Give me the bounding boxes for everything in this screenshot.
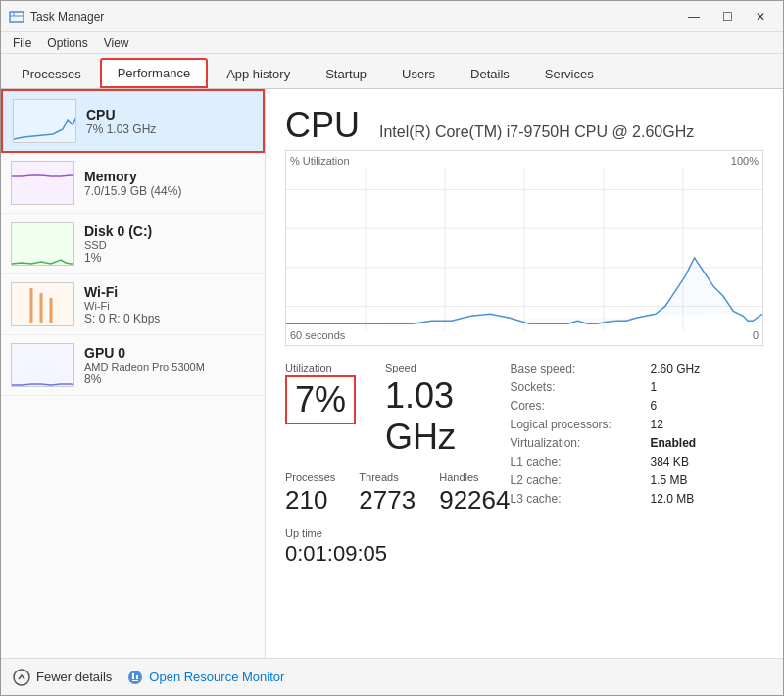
spec-cores: Cores: 6 <box>511 399 765 413</box>
menu-file[interactable]: File <box>5 34 39 52</box>
svg-rect-10 <box>12 344 74 386</box>
sidebar-item-gpu[interactable]: GPU 0 AMD Radeon Pro 5300M 8% <box>1 335 265 396</box>
memory-thumbnail <box>11 161 74 205</box>
resource-monitor-label: Open Resource Monitor <box>149 670 284 684</box>
gpu-name: GPU 0 <box>84 345 255 361</box>
gpu-thumbnail <box>11 343 74 387</box>
main-panel: CPU Intel(R) Core(TM) i7-9750H CPU @ 2.6… <box>266 89 783 658</box>
tab-services[interactable]: Services <box>528 60 611 88</box>
speed-label: Speed <box>385 362 510 373</box>
svg-rect-22 <box>132 673 134 679</box>
svg-rect-24 <box>132 680 138 681</box>
sidebar-item-wifi[interactable]: Wi-Fi Wi-Fi S: 0 R: 0 Kbps <box>1 274 265 335</box>
processes-label: Processes <box>285 472 335 483</box>
wifi-speed: S: 0 R: 0 Kbps <box>84 312 255 325</box>
app-icon <box>9 9 24 25</box>
wifi-name: Wi-Fi <box>84 284 255 300</box>
spec-l2: L2 cache: 1.5 MB <box>511 473 765 487</box>
disk-name: Disk 0 (C:) <box>84 224 255 239</box>
bottom-bar: Fewer details Open Resource Monitor <box>1 658 783 695</box>
cpu-info: CPU 7% 1.03 GHz <box>86 107 253 136</box>
gpu-info: GPU 0 AMD Radeon Pro 5300M 8% <box>84 345 255 386</box>
uptime-block: Up time 0:01:09:05 <box>285 527 511 567</box>
wifi-type: Wi-Fi <box>84 300 255 312</box>
spec-l1: L1 cache: 384 KB <box>511 455 765 469</box>
memory-info: Memory 7.0/15.9 GB (44%) <box>84 169 255 198</box>
sidebar: CPU 7% 1.03 GHz Memory 7.0/15.9 GB (44%) <box>1 89 266 658</box>
tab-processes[interactable]: Processes <box>5 60 98 88</box>
title-bar: Task Manager — ☐ ✕ <box>1 1 783 32</box>
menu-options[interactable]: Options <box>39 34 95 52</box>
disk-info: Disk 0 (C:) SSD 1% <box>84 224 255 265</box>
speed-block: Speed 1.03 GHz <box>385 362 510 458</box>
spec-l3: L3 cache: 12.0 MB <box>511 492 765 506</box>
svg-rect-0 <box>10 12 24 22</box>
tab-bar: Processes Performance App history Startu… <box>1 54 783 89</box>
svg-point-20 <box>14 670 29 685</box>
main-header: CPU Intel(R) Core(TM) i7-9750H CPU @ 2.6… <box>285 105 763 146</box>
uptime-label: Up time <box>285 527 511 539</box>
main-title: CPU <box>285 105 360 146</box>
cpu-name: CPU <box>86 107 253 123</box>
svg-rect-23 <box>136 675 138 679</box>
gpu-usage: 8% <box>84 373 255 386</box>
cpu-chart: % Utilization 100% 60 seconds 0 <box>285 150 763 346</box>
sidebar-item-cpu[interactable]: CPU 7% 1.03 GHz <box>1 89 265 153</box>
main-subtitle: Intel(R) Core(TM) i7-9750H CPU @ 2.60GHz <box>379 124 694 141</box>
maximize-button[interactable]: ☐ <box>712 7 742 26</box>
window-controls: — ☐ ✕ <box>679 7 775 26</box>
metrics-area: Utilization 7% Speed 1.03 GHz Processes … <box>285 362 763 567</box>
close-button[interactable]: ✕ <box>746 7 775 26</box>
processes-value: 210 <box>285 485 335 516</box>
svg-point-21 <box>128 671 142 684</box>
sidebar-item-disk[interactable]: Disk 0 (C:) SSD 1% <box>1 214 265 274</box>
memory-name: Memory <box>84 169 255 184</box>
cpu-thumbnail <box>13 99 76 143</box>
utilization-block: Utilization 7% <box>285 362 356 424</box>
tab-app-history[interactable]: App history <box>210 60 307 88</box>
speed-value: 1.03 GHz <box>385 375 510 458</box>
svg-rect-5 <box>12 223 74 265</box>
processes-block: Processes 210 <box>285 472 335 516</box>
task-manager-window: Task Manager — ☐ ✕ File Options View Pro… <box>0 0 784 696</box>
content-area: CPU 7% 1.03 GHz Memory 7.0/15.9 GB (44%) <box>1 89 783 658</box>
fewer-details-button[interactable]: Fewer details <box>13 669 112 686</box>
svg-rect-4 <box>12 162 74 204</box>
spec-virtualization: Virtualization: Enabled <box>511 436 765 450</box>
handles-value: 92264 <box>439 485 510 516</box>
chevron-up-icon <box>13 669 30 686</box>
utilization-value: 7% <box>285 375 356 424</box>
uptime-value: 0:01:09:05 <box>285 541 511 567</box>
window-title: Task Manager <box>30 10 104 24</box>
menu-view[interactable]: View <box>96 34 137 52</box>
handles-label: Handles <box>439 472 510 483</box>
tab-details[interactable]: Details <box>454 60 526 88</box>
cpu-detail: 7% 1.03 GHz <box>86 123 253 136</box>
sidebar-item-memory[interactable]: Memory 7.0/15.9 GB (44%) <box>1 153 265 214</box>
threads-value: 2773 <box>359 485 416 516</box>
minimize-button[interactable]: — <box>679 7 709 26</box>
disk-usage: 1% <box>84 251 255 265</box>
threads-label: Threads <box>359 472 416 483</box>
threads-block: Threads 2773 <box>359 472 416 516</box>
wifi-info: Wi-Fi Wi-Fi S: 0 R: 0 Kbps <box>84 284 255 325</box>
fewer-details-label: Fewer details <box>36 670 112 684</box>
wifi-thumbnail <box>11 282 74 326</box>
tab-performance[interactable]: Performance <box>100 58 208 88</box>
tab-users[interactable]: Users <box>385 60 452 88</box>
disk-thumbnail <box>11 222 74 266</box>
resource-monitor-icon <box>127 670 143 685</box>
menu-bar: File Options View <box>1 32 783 54</box>
spec-logical: Logical processors: 12 <box>511 418 765 431</box>
handles-block: Handles 92264 <box>439 472 510 516</box>
tab-startup[interactable]: Startup <box>309 60 383 88</box>
utilization-label: Utilization <box>285 362 356 373</box>
memory-detail: 7.0/15.9 GB (44%) <box>84 184 255 198</box>
specs-panel: Base speed: 2.60 GHz Sockets: 1 Cores: 6 <box>511 362 765 567</box>
spec-sockets: Sockets: 1 <box>511 380 765 394</box>
disk-type: SSD <box>84 239 255 251</box>
gpu-model: AMD Radeon Pro 5300M <box>84 361 255 373</box>
left-metrics: Utilization 7% Speed 1.03 GHz Processes … <box>285 362 511 567</box>
resource-monitor-button[interactable]: Open Resource Monitor <box>127 670 284 685</box>
spec-basespeed: Base speed: 2.60 GHz <box>511 362 765 375</box>
